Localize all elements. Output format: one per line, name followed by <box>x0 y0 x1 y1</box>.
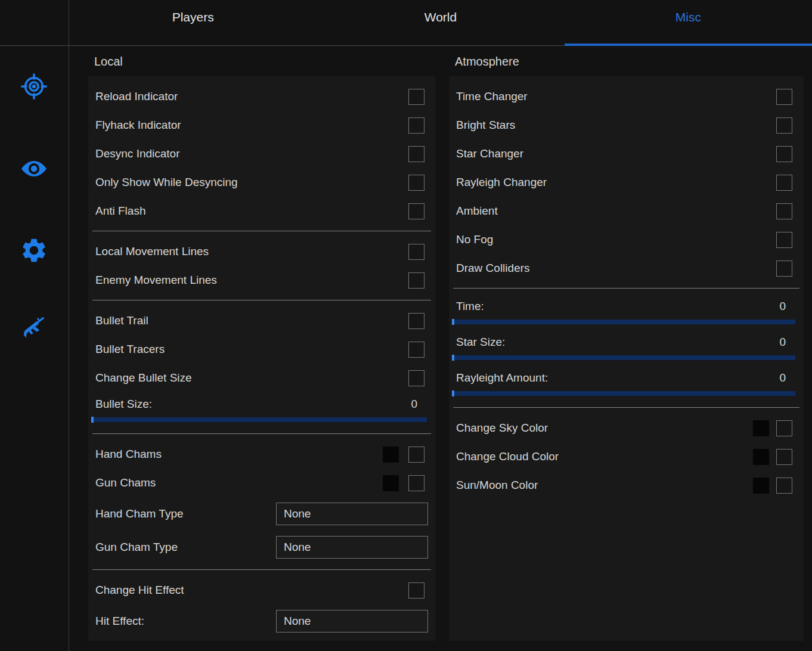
checkbox-only-show-while-desyncing[interactable] <box>408 175 424 191</box>
tab-bar: Players World Misc <box>0 0 812 46</box>
sidebar-item-aim[interactable] <box>20 72 48 101</box>
row-label: Draw Colliders <box>449 262 776 275</box>
slider-value: 0 <box>779 336 786 349</box>
row-time-changer: Time Changer <box>449 82 804 111</box>
slider-track-rayleight-amount[interactable] <box>452 391 795 396</box>
row-label: Star Changer <box>449 147 776 160</box>
eye-icon <box>20 154 48 183</box>
dropdown-gun-cham-type[interactable]: None <box>276 536 428 559</box>
row-label: Gun Chams <box>88 476 383 489</box>
row-label: Enemy Movement Lines <box>88 274 408 287</box>
separator <box>453 407 799 408</box>
slider-star-size: Star Size:0 <box>449 330 804 366</box>
tabs: Players World Misc <box>69 0 812 45</box>
checkbox-time-changer[interactable] <box>776 89 792 105</box>
slider-value: 0 <box>779 300 786 313</box>
row-label: Anti Flash <box>88 204 408 218</box>
dropdown-hit-effect[interactable]: None <box>276 610 428 633</box>
checkbox-bullet-tracers[interactable] <box>408 342 424 358</box>
gear-icon <box>20 236 48 265</box>
row-rayleigh-changer: Rayleigh Changer <box>449 168 804 197</box>
slider-thumb[interactable] <box>91 417 94 423</box>
row-label: Change Sky Color <box>449 421 753 435</box>
sidebar-divider <box>69 0 69 651</box>
slider-label-row: Time:0 <box>449 294 804 318</box>
checkbox-sun-moon-color[interactable] <box>776 478 792 494</box>
row-label: Rayleigh Changer <box>449 176 776 189</box>
checkbox-enemy-movement-lines[interactable] <box>408 272 424 289</box>
color-swatch-hand-chams[interactable] <box>383 447 399 463</box>
separator <box>453 288 799 289</box>
checkbox-change-hit-effect[interactable] <box>408 582 424 599</box>
row-label: Ambient <box>449 204 776 218</box>
sidebar-item-settings[interactable] <box>20 236 48 265</box>
checkbox-bright-stars[interactable] <box>776 117 792 134</box>
dropdown-value: None <box>277 615 311 628</box>
row-star-changer: Star Changer <box>449 140 804 168</box>
tab-misc[interactable]: Misc <box>565 0 812 45</box>
separator <box>92 433 431 434</box>
slider-label-row: Star Size:0 <box>449 330 804 354</box>
color-swatch-change-sky-color[interactable] <box>753 420 769 436</box>
slider-rayleight-amount: Rayleight Amount:0 <box>449 366 804 402</box>
row-local-movement-lines: Local Movement Lines <box>88 237 435 266</box>
slider-label: Star Size: <box>449 336 779 349</box>
slider-track-time[interactable] <box>452 320 795 324</box>
slider-track-bullet-size[interactable] <box>91 417 427 422</box>
checkbox-change-cloud-color[interactable] <box>776 449 792 465</box>
row-label: Reload Indicator <box>88 90 408 103</box>
dropdown-value: None <box>277 541 311 554</box>
checkbox-change-bullet-size[interactable] <box>408 370 424 386</box>
checkbox-star-changer[interactable] <box>776 146 792 162</box>
checkbox-reload-indicator[interactable] <box>408 89 424 105</box>
dropdown-hand-cham-type[interactable]: None <box>276 503 428 525</box>
tab-players[interactable]: Players <box>69 0 317 45</box>
checkbox-ambient[interactable] <box>776 203 792 219</box>
color-swatch-change-cloud-color[interactable] <box>753 449 769 465</box>
color-swatch-gun-chams[interactable] <box>383 475 399 491</box>
separator <box>92 231 431 231</box>
row-anti-flash: Anti Flash <box>88 197 435 225</box>
slider-thumb[interactable] <box>452 319 454 325</box>
dropdown-value: None <box>277 507 311 520</box>
slider-value: 0 <box>779 371 786 385</box>
row-change-bullet-size: Change Bullet Size <box>88 364 435 392</box>
row-sun-moon-color: Sun/Moon Color <box>449 471 804 500</box>
slider-track-star-size[interactable] <box>452 355 795 360</box>
separator <box>92 569 431 570</box>
row-hand-chams: Hand Chams <box>88 440 435 469</box>
row-label: Change Bullet Size <box>88 371 408 385</box>
checkbox-hand-chams[interactable] <box>408 447 424 463</box>
checkbox-local-movement-lines[interactable] <box>408 244 424 260</box>
checkbox-draw-colliders[interactable] <box>776 261 792 277</box>
slider-label: Rayleight Amount: <box>449 371 779 385</box>
row-label: Hit Effect: <box>88 615 276 628</box>
row-bullet-trail: Bullet Trail <box>88 306 435 335</box>
local-panel: Reload IndicatorFlyhack IndicatorDesync … <box>88 76 435 641</box>
checkbox-desync-indicator[interactable] <box>408 146 424 162</box>
slider-thumb[interactable] <box>452 355 454 361</box>
sidebar-item-visuals[interactable] <box>20 154 48 183</box>
checkbox-gun-chams[interactable] <box>408 475 424 491</box>
slider-thumb[interactable] <box>452 390 454 396</box>
checkbox-rayleigh-changer[interactable] <box>776 175 792 191</box>
row-label: Bright Stars <box>449 119 776 132</box>
sidebar-item-weapons[interactable] <box>20 311 48 340</box>
row-no-fog: No Fog <box>449 225 804 254</box>
checkbox-anti-flash[interactable] <box>408 203 424 219</box>
tab-world[interactable]: World <box>317 0 564 45</box>
row-change-hit-effect: Change Hit Effect <box>88 576 435 604</box>
checkbox-change-sky-color[interactable] <box>776 420 792 436</box>
color-swatch-sun-moon-color[interactable] <box>753 478 769 494</box>
checkbox-bullet-trail[interactable] <box>408 313 424 329</box>
row-label: Desync Indicator <box>88 147 408 160</box>
slider-label: Time: <box>449 300 779 313</box>
row-label: Bullet Trail <box>88 314 408 327</box>
row-enemy-movement-lines: Enemy Movement Lines <box>88 266 435 294</box>
slider-label-row: Rayleight Amount:0 <box>449 366 804 390</box>
checkbox-no-fog[interactable] <box>776 232 792 248</box>
checkbox-flyhack-indicator[interactable] <box>408 117 424 134</box>
row-label: Local Movement Lines <box>88 245 408 258</box>
rifle-icon <box>20 311 48 340</box>
row-label: Sun/Moon Color <box>449 479 753 492</box>
